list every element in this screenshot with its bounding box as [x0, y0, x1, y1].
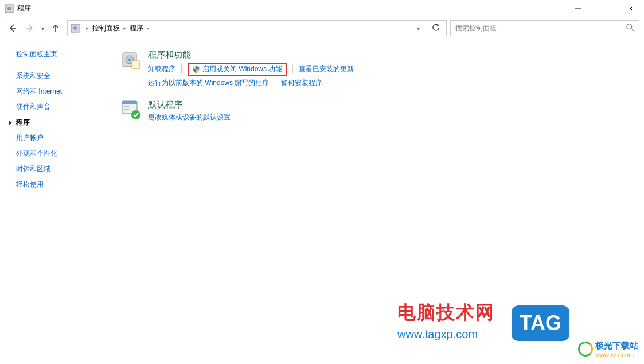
default-programs-icon — [120, 99, 141, 120]
breadcrumb: 控制面板 ▸ 程序 ▸ — [92, 24, 153, 33]
maximize-button[interactable] — [591, 0, 618, 17]
back-button[interactable] — [5, 20, 21, 36]
sidebar: 控制面板主页 系统和安全 网络和 Internet 硬件和声音 程序 用户帐户 … — [0, 39, 109, 364]
chevron-right-icon: ▸ — [147, 25, 150, 31]
tag-badge: TAG — [512, 305, 569, 341]
forward-button[interactable] — [22, 20, 38, 36]
watermark2-url: www.xz7.com — [595, 351, 638, 358]
watermark-tagxp: 电脑技术网 www.tagxp.com — [397, 300, 495, 341]
svg-rect-19 — [124, 106, 129, 107]
link-how-install[interactable]: 如何安装程序 — [281, 78, 322, 88]
shield-icon — [192, 65, 200, 73]
watermark-xz7: 极光下载站 www.xz7.com — [578, 340, 638, 358]
sidebar-item-user-accounts[interactable]: 用户帐户 — [16, 130, 104, 146]
svg-point-15 — [128, 59, 131, 61]
separator — [275, 79, 275, 87]
swirl-icon — [578, 342, 593, 357]
separator — [181, 65, 182, 73]
watermark-url: www.tagxp.com — [397, 328, 495, 341]
separator — [292, 65, 293, 73]
link-change-media-defaults[interactable]: 更改媒体或设备的默认设置 — [148, 113, 231, 122]
control-panel-home-link[interactable]: 控制面板主页 — [16, 49, 104, 59]
sidebar-item-appearance[interactable]: 外观和个性化 — [16, 146, 104, 161]
separator — [360, 65, 360, 73]
navbar: ▾ ▸ 控制面板 ▸ 程序 ▸ ▾ 搜索控制面板 — [0, 17, 644, 39]
titlebar: 程序 — [0, 0, 644, 17]
minimize-button[interactable] — [565, 0, 591, 17]
sidebar-item-programs[interactable]: 程序 — [16, 115, 104, 130]
address-dropdown[interactable]: ▾ — [417, 25, 420, 32]
close-button[interactable] — [618, 0, 644, 17]
svg-rect-18 — [122, 101, 137, 104]
address-bar[interactable]: ▸ 控制面板 ▸ 程序 ▸ ▾ — [67, 20, 447, 36]
category-title[interactable]: 默认程序 — [148, 99, 231, 110]
category-title[interactable]: 程序和功能 — [148, 49, 541, 60]
programs-features-icon — [120, 49, 141, 70]
link-uninstall-program[interactable]: 卸载程序 — [148, 64, 175, 74]
breadcrumb-current[interactable]: 程序 — [130, 24, 143, 33]
sidebar-item-system-security[interactable]: 系统和安全 — [16, 68, 104, 84]
svg-point-11 — [627, 24, 632, 29]
link-view-updates[interactable]: 查看已安装的更新 — [299, 64, 354, 74]
sidebar-item-hardware-sound[interactable]: 硬件和声音 — [16, 99, 104, 115]
breadcrumb-root[interactable]: 控制面板 — [92, 24, 120, 33]
svg-rect-3 — [602, 6, 607, 11]
refresh-button[interactable] — [427, 21, 444, 36]
sidebar-item-network[interactable]: 网络和 Internet — [16, 84, 104, 99]
window-title: 程序 — [17, 3, 31, 13]
link-windows-features[interactable]: 启用或关闭 Windows 功能 — [192, 64, 282, 74]
up-button[interactable] — [48, 20, 64, 36]
svg-point-10 — [73, 26, 77, 30]
chevron-right-icon: ▸ — [123, 25, 126, 31]
sidebar-item-clock-region[interactable]: 时钟和区域 — [16, 161, 104, 177]
search-box[interactable]: 搜索控制面板 — [450, 20, 639, 36]
sidebar-item-ease-of-access[interactable]: 轻松使用 — [16, 177, 104, 192]
history-dropdown[interactable]: ▾ — [39, 25, 46, 32]
chevron-right-icon: ▸ — [86, 25, 89, 31]
window-controls — [565, 0, 644, 17]
search-placeholder: 搜索控制面板 — [455, 24, 497, 33]
watermark-text: 电脑技术网 — [397, 300, 495, 326]
watermark2-text: 极光下载站 — [595, 340, 638, 351]
svg-rect-20 — [124, 109, 129, 110]
svg-line-12 — [631, 28, 634, 30]
category-default-programs: 默认程序 更改媒体或设备的默认设置 — [120, 99, 633, 122]
link-run-old-programs[interactable]: 运行为以前版本的 Windows 编写的程序 — [148, 78, 269, 88]
highlight-annotation: 启用或关闭 Windows 功能 — [188, 63, 287, 76]
svg-point-1 — [7, 7, 11, 10]
app-icon — [5, 4, 14, 13]
search-icon — [626, 24, 634, 33]
category-programs-features: 程序和功能 卸载程序 — [120, 49, 633, 88]
control-panel-icon — [70, 23, 80, 33]
svg-rect-16 — [132, 61, 140, 69]
link-windows-features-label: 启用或关闭 Windows 功能 — [202, 64, 282, 74]
